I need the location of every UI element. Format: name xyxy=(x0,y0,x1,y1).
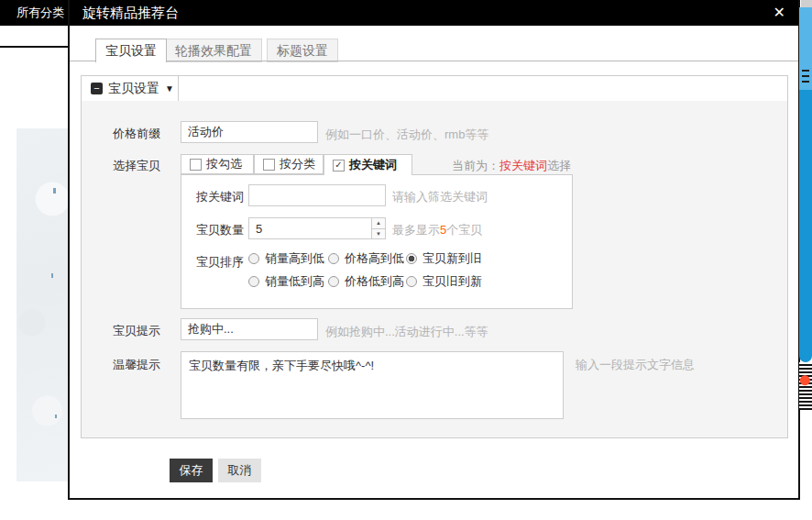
select-by-check-label: 按勾选 xyxy=(206,156,242,172)
select-items-label: 选择宝贝 xyxy=(113,158,160,174)
price-prefix-input[interactable] xyxy=(181,121,318,143)
tab-carousel-settings[interactable]: 轮播效果配置 xyxy=(165,39,262,62)
radio-price-high-to-low[interactable]: 价格高到低 xyxy=(328,250,404,267)
radio-price-low-to-high[interactable]: 价格低到高 xyxy=(328,273,404,290)
radio-icon[interactable] xyxy=(248,253,259,264)
radio-label: 宝贝旧到新 xyxy=(422,273,482,290)
checkbox-unchecked-icon[interactable] xyxy=(190,159,202,171)
select-by-check-tab[interactable]: 按勾选 xyxy=(181,154,254,174)
keyword-input[interactable] xyxy=(248,184,386,206)
price-prefix-label: 价格前缀 xyxy=(113,126,160,142)
warm-tip-hint: 输入一段提示文字信息 xyxy=(576,357,695,373)
checkbox-checked-icon[interactable]: ✓ xyxy=(333,160,345,171)
radio-icon[interactable] xyxy=(406,276,417,287)
screen: 所有分类 旋转精品推荐台 ✕ 宝贝设置 轮播效果配置 标题设置 − 宝贝设置 ▼… xyxy=(0,0,812,520)
radio-label: 价格低到高 xyxy=(345,273,404,290)
warm-tip-label: 温馨提示 xyxy=(113,357,160,373)
section-title: 宝贝设置 xyxy=(108,81,159,97)
modal-titlebar: 旋转精品推荐台 ✕ xyxy=(70,0,798,26)
menu-dash-icon xyxy=(802,70,809,72)
select-by-keyword-label: 按关键词 xyxy=(349,157,397,173)
radio-sales-low-to-high[interactable]: 销量低到高 xyxy=(248,273,324,290)
radio-sales-high-to-low[interactable]: 销量高到低 xyxy=(248,250,324,267)
section-collapse-tab[interactable]: − 宝贝设置 ▼ xyxy=(82,76,179,101)
menu-dash-icon xyxy=(802,81,809,83)
radio-label: 销量低到高 xyxy=(265,273,324,290)
radio-icon[interactable] xyxy=(248,276,259,287)
background-texture-image xyxy=(16,128,68,481)
item-tip-label: 宝贝提示 xyxy=(113,323,160,339)
keyword-settings-box: 按关键词 请输入筛选关键词 宝贝数量 ▲ ▼ 最多显示5个宝贝 宝贝排序 销量高… xyxy=(181,174,573,309)
select-by-category-tab[interactable]: 按分类 xyxy=(254,154,324,174)
stepper-down-icon[interactable]: ▼ xyxy=(372,229,385,239)
warm-tip-textarea[interactable]: 宝贝数量有限，亲下手要尽快哦^-^! xyxy=(181,351,564,419)
menu-dash-icon xyxy=(802,75,809,77)
radio-icon[interactable] xyxy=(328,276,339,287)
save-button[interactable]: 保存 xyxy=(170,459,213,482)
radio-newest-to-oldest[interactable]: 宝贝新到旧 xyxy=(406,250,482,267)
sort-label: 宝贝排序 xyxy=(196,254,244,271)
checkbox-unchecked-icon[interactable] xyxy=(263,159,275,171)
floating-widget-top[interactable] xyxy=(799,7,812,90)
radio-label: 销量高到低 xyxy=(265,250,324,267)
item-count-input[interactable] xyxy=(248,217,372,239)
item-tip-hint: 例如抢购中...活动进行中...等等 xyxy=(325,324,488,340)
all-categories-bar[interactable]: 所有分类 xyxy=(0,0,68,26)
scrollbar-top xyxy=(801,0,812,7)
radio-label: 价格高到低 xyxy=(345,250,404,267)
qr-code-fragment xyxy=(799,362,812,410)
radio-oldest-to-newest[interactable]: 宝贝旧到新 xyxy=(406,273,482,290)
radio-selected-icon[interactable] xyxy=(406,253,417,264)
select-by-category-label: 按分类 xyxy=(280,156,315,172)
texture-speck xyxy=(55,415,57,418)
current-value: 按关键词 xyxy=(499,159,547,172)
background-divider xyxy=(0,46,68,48)
modal-dialog: 旋转精品推荐台 ✕ 宝贝设置 轮播效果配置 标题设置 − 宝贝设置 ▼ 价格前缀… xyxy=(68,0,800,500)
floating-widget-body[interactable] xyxy=(799,90,812,362)
section-header xyxy=(82,76,787,101)
current-suffix: 选择 xyxy=(547,159,571,172)
select-by-keyword-tab[interactable]: ✓ 按关键词 xyxy=(324,154,412,175)
current-selection-text: 当前为：按关键词选择 xyxy=(452,158,571,174)
item-tip-input[interactable] xyxy=(181,318,318,340)
tabs-underline xyxy=(70,61,798,61)
texture-speck xyxy=(53,188,56,194)
radio-label: 宝贝新到旧 xyxy=(422,250,482,267)
item-count-stepper[interactable]: ▲ ▼ xyxy=(371,217,386,239)
stepper-up-icon[interactable]: ▲ xyxy=(372,218,385,229)
item-count-label: 宝贝数量 xyxy=(196,222,244,238)
tab-title-settings[interactable]: 标题设置 xyxy=(267,39,338,62)
chevron-down-icon: ▼ xyxy=(165,83,174,94)
radio-icon[interactable] xyxy=(328,253,339,264)
texture-speck xyxy=(51,273,53,278)
current-prefix: 当前为： xyxy=(452,159,499,172)
modal-title: 旋转精品推荐台 xyxy=(82,0,179,26)
cancel-button[interactable]: 取消 xyxy=(218,459,261,482)
collapse-icon[interactable]: − xyxy=(91,83,103,94)
keyword-hint: 请输入筛选关键词 xyxy=(392,189,488,205)
close-icon[interactable]: ✕ xyxy=(774,0,785,26)
item-count-hint: 最多显示5个宝贝 xyxy=(392,222,482,238)
tab-item-settings[interactable]: 宝贝设置 xyxy=(95,39,167,62)
price-prefix-hint: 例如一口价、活动价、rmb等等 xyxy=(325,127,488,143)
keyword-label: 按关键词 xyxy=(196,189,244,205)
